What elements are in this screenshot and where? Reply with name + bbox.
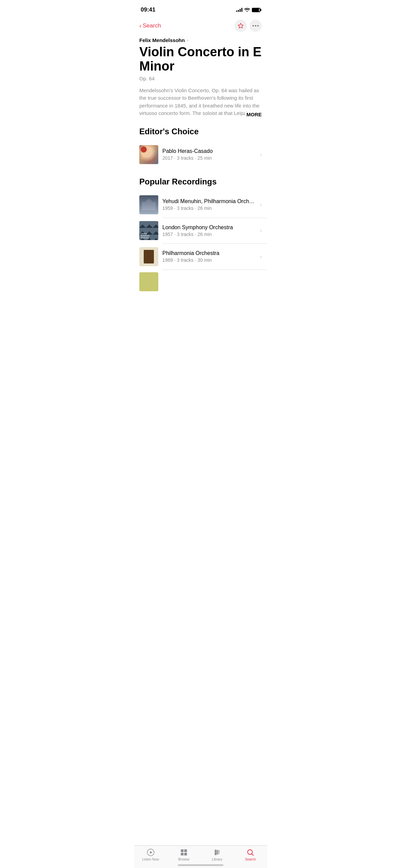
album-art-philharmonia <box>139 247 158 266</box>
recording-item-lso[interactable]: LondonSymphonyOrchestra London Symphony … <box>134 218 267 243</box>
pablo-item-info: Pablo Heras-Casado 2017 · 3 tracks · 25 … <box>162 148 256 161</box>
main-content: Felix Mendelssohn › Violin Concerto in E… <box>134 36 267 328</box>
lso-subtitle: 1957 · 3 tracks · 26 min <box>162 232 256 237</box>
philharmonia-title: Philharmonia Orchestra <box>162 250 256 256</box>
album-art-partial <box>139 272 158 291</box>
composition-header: Felix Mendelssohn › Violin Concerto in E… <box>134 36 267 81</box>
back-label: Search <box>143 22 161 29</box>
pablo-chevron-icon: › <box>260 152 262 158</box>
back-button[interactable]: ‹ Search <box>139 22 161 29</box>
philharmonia-item-info: Philharmonia Orchestra 1989 · 3 tracks ·… <box>162 250 256 263</box>
menuhin-title: Yehudi Menuhin, Philharmonia Orchestra <box>162 198 256 204</box>
album-art-menuhin <box>139 195 158 214</box>
editors-choice-item-pablo[interactable]: Pablo Heras-Casado 2017 · 3 tracks · 25 … <box>134 142 267 167</box>
description-container: Mendelssohn's Violin Concerto, Op. 64 wa… <box>134 87 267 117</box>
nav-actions <box>235 20 262 32</box>
popular-recordings-header: Popular Recordings <box>134 177 267 186</box>
breadcrumb-chevron-icon: › <box>187 38 188 43</box>
lso-chevron-icon: › <box>260 228 262 234</box>
editors-choice-badge <box>141 146 147 153</box>
composer-name: Felix Mendelssohn <box>139 37 185 43</box>
lso-art-text: LondonSymphonyOrchestra <box>141 233 149 239</box>
signal-icon <box>236 8 242 12</box>
philharmonia-chevron-icon: › <box>260 254 262 260</box>
star-icon <box>238 23 244 29</box>
back-chevron-icon: ‹ <box>139 22 141 29</box>
lso-title: London Symphony Orchestra <box>162 224 256 231</box>
nav-bar: ‹ Search <box>134 17 267 36</box>
editors-choice-header: Editor's Choice <box>134 127 267 136</box>
svg-point-2 <box>257 25 259 26</box>
recording-item-philharmonia[interactable]: Philharmonia Orchestra 1989 · 3 tracks ·… <box>134 244 267 270</box>
menuhin-chevron-icon: › <box>260 202 262 208</box>
status-icons <box>236 8 260 12</box>
lso-item-info: London Symphony Orchestra 1957 · 3 track… <box>162 224 256 237</box>
status-bar: 09:41 <box>134 0 267 17</box>
philharmonia-subtitle: 1989 · 3 tracks · 30 min <box>162 257 256 263</box>
more-options-button[interactable] <box>249 20 262 32</box>
more-icon <box>253 25 259 26</box>
breadcrumb[interactable]: Felix Mendelssohn › <box>139 37 262 43</box>
menuhin-subtitle: 1959 · 3 tracks · 26 min <box>162 205 256 211</box>
svg-point-0 <box>253 25 254 26</box>
pablo-title: Pablo Heras-Casado <box>162 148 256 154</box>
pablo-subtitle: 2017 · 3 tracks · 25 min <box>162 155 256 161</box>
composition-description: Mendelssohn's Violin Concerto, Op. 64 wa… <box>139 87 262 117</box>
menuhin-item-info: Yehudi Menuhin, Philharmonia Orchestra 1… <box>162 198 256 211</box>
svg-point-1 <box>255 25 256 26</box>
album-art-lso: LondonSymphonyOrchestra <box>139 221 158 240</box>
album-art-pablo <box>139 145 158 164</box>
recording-item-menuhin[interactable]: Yehudi Menuhin, Philharmonia Orchestra 1… <box>134 192 267 218</box>
composition-title: Violin Concerto in E Minor <box>139 45 262 74</box>
wifi-icon <box>244 8 250 12</box>
status-time: 09:41 <box>141 6 155 13</box>
favorite-button[interactable] <box>235 20 247 32</box>
recording-item-partial[interactable] <box>134 270 267 294</box>
battery-icon <box>252 8 260 12</box>
composition-opus: Op. 64 <box>139 76 262 81</box>
description-wrapper: Mendelssohn's Violin Concerto, Op. 64 wa… <box>139 87 262 117</box>
more-button[interactable]: MORE <box>245 112 262 117</box>
